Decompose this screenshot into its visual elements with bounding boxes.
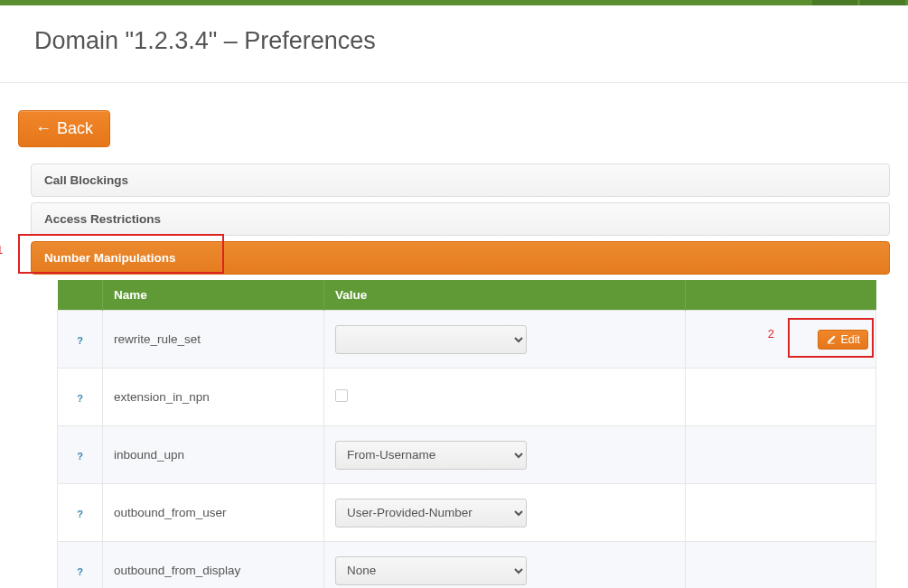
edit-button-label: Edit [840, 333, 860, 346]
col-header-actions [686, 280, 876, 311]
help-icon[interactable]: ? [74, 508, 87, 520]
accordion: Call Blockings Access Restrictions Numbe… [18, 163, 890, 588]
pref-name: rewrite_rule_set [103, 332, 323, 346]
help-icon[interactable]: ? [74, 450, 87, 462]
preferences-table: Name Value ? rewrite_rule_set [57, 280, 876, 588]
pref-value-select[interactable]: None [335, 556, 527, 585]
table-row: ? outbound_from_user User-Provided-Numbe… [58, 484, 876, 542]
annotation-number-2: 2 [768, 327, 774, 341]
pref-value-checkbox[interactable] [335, 389, 348, 402]
panel-label: Number Manipulations [44, 251, 176, 265]
pref-name: outbound_from_display [103, 564, 323, 577]
col-header-value: Value [324, 280, 686, 311]
table-row: ? outbound_from_display None [58, 542, 876, 589]
annotation-number-1: 1 [0, 243, 3, 257]
pref-name: inbound_upn [103, 448, 323, 462]
back-button-label: Back [57, 119, 93, 138]
table-wrap: Name Value ? rewrite_rule_set [31, 280, 890, 588]
help-icon[interactable]: ? [74, 565, 87, 578]
edit-icon [826, 334, 837, 345]
pref-name: extension_in_npn [103, 390, 323, 404]
table-row: ? extension_in_npn [58, 369, 876, 426]
help-icon[interactable]: ? [74, 334, 87, 347]
help-icon[interactable]: ? [74, 392, 87, 405]
arrow-left-icon: ← [35, 119, 51, 138]
page-title: Domain "1.2.3.4" – Preferences [34, 27, 874, 55]
back-button[interactable]: ← Back [18, 110, 110, 147]
col-header-name: Name [103, 280, 324, 311]
pref-name: outbound_from_user [103, 506, 323, 519]
pref-value-select[interactable] [335, 325, 527, 354]
col-header-help [58, 280, 103, 311]
page-header: Domain "1.2.3.4" – Preferences [0, 5, 908, 83]
panel-label: Call Blockings [44, 173, 128, 187]
table-row: ? rewrite_rule_set Edit [58, 311, 876, 369]
edit-button[interactable]: Edit [818, 330, 868, 350]
panel-label: Access Restrictions [44, 212, 161, 226]
table-row: ? inbound_upn From-Username [58, 426, 876, 484]
panel-access-restrictions[interactable]: Access Restrictions [31, 202, 890, 236]
top-tab-piece [860, 0, 905, 5]
panel-number-manipulations[interactable]: Number Manipulations [31, 241, 890, 275]
content: ← Back Call Blockings Access Restriction… [0, 83, 908, 588]
panel-call-blockings[interactable]: Call Blockings [31, 163, 890, 197]
pref-value-select[interactable]: User-Provided-Number [335, 499, 527, 527]
pref-value-select[interactable]: From-Username [335, 441, 527, 470]
top-tab-piece [812, 0, 857, 5]
